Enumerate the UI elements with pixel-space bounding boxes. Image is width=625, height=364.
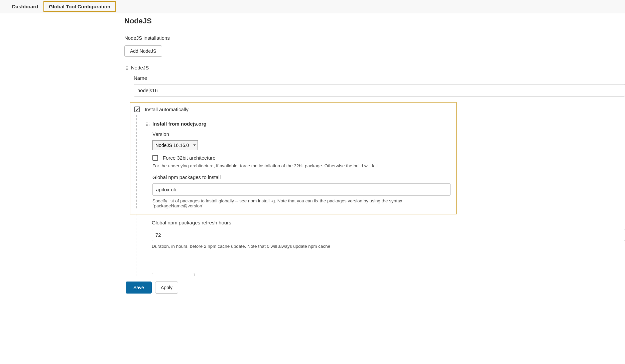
name-field: Name <box>134 75 625 97</box>
install-auto-row: Install automatically <box>130 107 451 112</box>
tool-block: NodeJS <box>124 65 625 70</box>
packages-label: Global npm packages to install <box>152 174 451 180</box>
main-content: NodeJS NodeJS installations Add NodeJS N… <box>124 13 625 294</box>
name-label: Name <box>134 75 625 81</box>
section-title-nodejs: NodeJS <box>124 17 625 29</box>
install-auto-label: Install automatically <box>145 107 189 112</box>
version-select-wrap: NodeJS 16.16.0 <box>152 140 198 150</box>
packages-field: Global npm packages to install Specify l… <box>152 174 451 208</box>
add-nodejs-button[interactable]: Add NodeJS <box>124 45 162 57</box>
version-label: Version <box>152 131 451 137</box>
installer-continue: Global npm packages refresh hours Durati… <box>136 214 625 276</box>
refresh-field: Global npm packages refresh hours Durati… <box>152 220 625 249</box>
installations-label: NodeJS installations <box>124 35 625 41</box>
partial-button-cutoff <box>152 273 195 276</box>
breadcrumb: Dashboard Global Tool Configuration <box>0 0 625 13</box>
force-32bit-checkbox[interactable] <box>152 155 158 161</box>
packages-help: Specify list of packages to install glob… <box>152 198 451 208</box>
version-field: Version NodeJS 16.16.0 <box>152 131 451 150</box>
force-32bit-help: For the underlying architecture, if avai… <box>152 163 451 168</box>
install-auto-highlight-box: Install automatically Install from nodej… <box>130 102 457 214</box>
refresh-label: Global npm packages refresh hours <box>152 220 625 225</box>
drag-handle-icon[interactable] <box>124 66 128 70</box>
force32-field: Force 32bit architecture For the underly… <box>152 155 451 168</box>
breadcrumb-dashboard[interactable]: Dashboard <box>7 1 43 12</box>
installer-area: Install from nodejs.org Version NodeJS 1… <box>136 115 451 208</box>
refresh-help: Duration, in hours, before 2 npm cache u… <box>152 244 625 249</box>
tool-header: NodeJS <box>131 65 149 70</box>
installer-title: Install from nodejs.org <box>152 121 207 127</box>
install-auto-checkbox[interactable] <box>134 107 140 112</box>
drag-handle-icon[interactable] <box>146 122 150 126</box>
save-button[interactable]: Save <box>126 282 152 294</box>
packages-input[interactable] <box>152 183 451 196</box>
apply-button[interactable]: Apply <box>155 282 178 294</box>
refresh-input[interactable] <box>152 229 625 241</box>
version-select[interactable]: NodeJS 16.16.0 <box>152 140 198 150</box>
breadcrumb-global-tool-config[interactable]: Global Tool Configuration <box>43 1 116 12</box>
force-32bit-label: Force 32bit architecture <box>163 155 216 161</box>
installer-block: Install from nodejs.org <box>146 121 451 127</box>
bottom-buttons: Save Apply <box>126 282 625 294</box>
name-input[interactable] <box>134 84 625 97</box>
